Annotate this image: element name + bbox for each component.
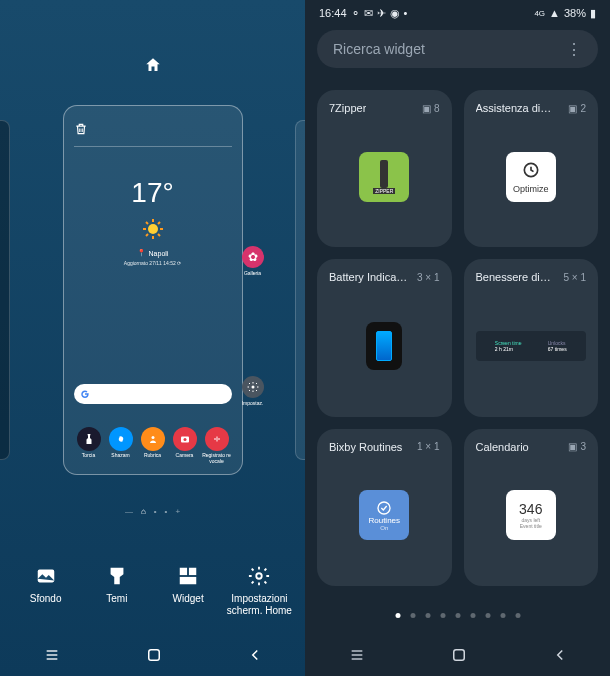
dock-item-shazam[interactable]: Shazam [106,427,136,464]
widget-page-indicator[interactable] [395,613,520,618]
nav-recents[interactable] [347,647,367,663]
location-text: Napoli [149,250,169,257]
status-bar: 16:44 ⚬ ✉ ✈ ◉ • 4G ▲ 38% ▮ [305,2,610,24]
status-time: 16:44 [319,7,347,19]
svg-rect-15 [218,438,219,440]
weather-widget[interactable]: 17° 📍 Napoli Aggiornato 27/11 14:52 ⟳ [74,177,232,266]
voice-recorder-icon [205,427,229,451]
home-edit-screen: 17° 📍 Napoli Aggiornato 27/11 14:52 ⟳ To… [0,0,305,676]
widget-card-bixby[interactable]: Bixby Routines1 × 1 RoutinesOn [317,429,452,586]
page-dot [500,613,505,618]
dock-item-torcia[interactable]: Torcia [74,427,104,464]
page-dot [410,613,415,618]
wellbeing-preview: Screen time2 h 21m Unlocks67 times [476,331,586,361]
trash-icon [74,122,88,136]
page-dot: • [165,507,168,516]
page-dot [440,613,445,618]
battery-icon: ▮ [590,7,596,20]
svg-point-21 [257,573,263,579]
svg-line-6 [158,234,160,236]
svg-line-5 [146,222,148,224]
svg-line-8 [158,222,160,224]
notification-dot-icon: • [404,7,408,19]
page-dash: — [125,507,133,516]
network-icon: 4G [534,9,545,18]
temperature: 17° [74,177,232,209]
location-pin-icon: 📍 [137,249,146,257]
whatsapp-icon: ⚬ [351,7,360,20]
battery-preview-icon [366,322,402,370]
nav-bar [305,634,610,676]
panel-prev[interactable] [0,120,10,460]
optimize-icon [521,160,541,180]
gallery-icon: ✿ [242,246,264,268]
sun-icon [141,217,165,241]
action-wallpaper[interactable]: Sfondo [11,565,81,616]
stack-icon: ▣ [568,441,577,452]
google-icon [80,389,90,399]
home-icon[interactable] [144,56,162,74]
page-home-icon: ⌂ [141,507,146,516]
svg-line-7 [146,234,148,236]
widgets-icon [177,565,199,587]
page-dot [470,613,475,618]
widget-card-assistenza[interactable]: Assistenza di…▣2 Optimize [464,90,599,247]
action-themes[interactable]: Temi [82,565,152,616]
nav-back[interactable] [551,646,569,664]
svg-rect-14 [216,437,217,442]
widget-search[interactable]: Ricerca widget ⋮ [317,30,598,68]
svg-rect-18 [180,568,187,575]
updated-text: Aggiornato 27/11 14:52 ⟳ [74,260,232,266]
page-dot [455,613,460,618]
page-dot [425,613,430,618]
telegram-icon: ✈ [377,7,386,20]
app-settings[interactable]: Impostaz. [242,376,264,406]
search-placeholder: Ricerca widget [333,41,425,57]
widget-card-battery[interactable]: Battery Indica…3 × 1 [317,259,452,416]
page-dot [485,613,490,618]
nav-home[interactable] [450,646,468,664]
action-widgets[interactable]: Widget [153,565,223,616]
panel-current[interactable]: 17° 📍 Napoli Aggiornato 27/11 14:52 ⟳ To… [63,105,243,475]
svg-rect-19 [189,568,196,575]
action-home-settings[interactable]: Impostazioni scherm. Home [224,565,294,616]
messenger-icon: ◉ [390,7,400,20]
battery-text: 38% [564,7,586,19]
nav-recents[interactable] [42,647,62,663]
nav-back[interactable] [246,646,264,664]
flashlight-icon [77,427,101,451]
stack-icon: ▣ [422,103,431,114]
optimize-preview: Optimize [506,152,556,202]
nav-bar [0,634,305,676]
gear-icon [242,376,264,398]
edit-actions-row: Sfondo Temi Widget Impostazioni scherm. … [0,565,305,616]
settings-icon [248,565,270,587]
svg-point-10 [151,436,154,439]
routines-preview: RoutinesOn [359,490,409,540]
page-indicator[interactable]: — ⌂ • • + [125,507,180,516]
shazam-icon [109,427,133,451]
svg-point-16 [251,386,254,389]
svg-rect-20 [180,577,197,584]
svg-point-0 [148,224,158,234]
dock-item-rubrica[interactable]: Rubrica [138,427,168,464]
widget-grid: 7Zipper▣8 ZIPPER Assistenza di…▣2 Optimi… [317,90,598,586]
more-icon[interactable]: ⋮ [566,40,582,59]
message-icon: ✉ [364,7,373,20]
nav-home[interactable] [145,646,163,664]
svg-rect-17 [37,570,54,583]
page-dot: • [154,507,157,516]
page-add: + [175,507,180,516]
widget-picker-screen: 16:44 ⚬ ✉ ✈ ◉ • 4G ▲ 38% ▮ Ricerca widge… [305,0,610,676]
delete-panel-button[interactable] [74,116,232,147]
widget-card-calendario[interactable]: Calendario▣3 346days leftEvent title [464,429,599,586]
dock-item-camera[interactable]: Camera [170,427,200,464]
widget-card-7zipper[interactable]: 7Zipper▣8 ZIPPER [317,90,452,247]
check-circle-icon [376,500,392,516]
google-search-bar[interactable] [74,384,232,404]
dock-row: Torcia Shazam Rubrica Camera Registrato … [74,427,232,464]
svg-point-27 [378,502,390,514]
dock-item-recorder[interactable]: Registrato re vocale [202,427,232,464]
app-galleria[interactable]: ✿Galleria [242,246,264,276]
widget-card-benessere[interactable]: Benessere di…5 × 1 Screen time2 h 21m Un… [464,259,599,416]
